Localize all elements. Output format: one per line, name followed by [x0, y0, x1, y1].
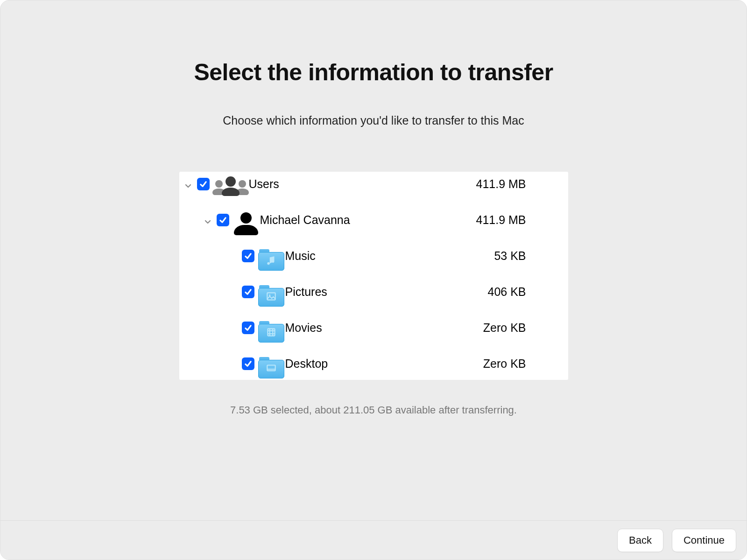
- row-music[interactable]: Music 53 KB: [179, 248, 568, 284]
- row-pictures[interactable]: Pictures 406 KB: [179, 284, 568, 320]
- row-users[interactable]: Users 411.9 MB: [179, 176, 568, 212]
- row-movies-size: Zero KB: [483, 320, 526, 335]
- person-icon: [232, 212, 260, 236]
- folder-desktop-icon: [257, 356, 285, 378]
- continue-button[interactable]: Continue: [672, 529, 736, 552]
- users-group-icon: [212, 176, 249, 198]
- content-area: Select the information to transfer Choos…: [0, 0, 747, 416]
- chevron-down-icon[interactable]: [182, 176, 194, 195]
- row-music-size: 53 KB: [494, 248, 526, 263]
- folder-pictures-icon: [257, 284, 285, 307]
- folder-music-icon: [257, 248, 285, 271]
- checkbox-user-account[interactable]: [217, 214, 229, 226]
- row-desktop[interactable]: Desktop Zero KB: [179, 356, 568, 380]
- row-desktop-label: Desktop: [285, 356, 483, 371]
- row-movies-label: Movies: [285, 320, 483, 335]
- svg-rect-7: [267, 365, 275, 371]
- row-user-label: Michael Cavanna: [260, 212, 476, 227]
- row-users-label: Users: [249, 176, 476, 191]
- checkbox-desktop[interactable]: [242, 357, 254, 370]
- back-button[interactable]: Back: [617, 529, 663, 552]
- row-desktop-size: Zero KB: [483, 356, 526, 371]
- row-user-account[interactable]: Michael Cavanna 411.9 MB: [179, 212, 568, 248]
- checkbox-pictures[interactable]: [242, 286, 254, 298]
- checkbox-users[interactable]: [197, 178, 210, 190]
- checkbox-movies[interactable]: [242, 322, 254, 334]
- svg-rect-0: [267, 293, 275, 300]
- storage-summary: 7.53 GB selected, about 211.05 GB availa…: [230, 404, 517, 416]
- checkbox-music[interactable]: [242, 250, 254, 262]
- row-movies[interactable]: Movies Zero KB: [179, 320, 568, 356]
- migration-assistant-window: Select the information to transfer Choos…: [0, 0, 747, 560]
- svg-rect-2: [268, 329, 275, 336]
- row-users-size: 411.9 MB: [476, 176, 526, 191]
- page-title: Select the information to transfer: [194, 59, 553, 86]
- page-subtitle: Choose which information you'd like to t…: [223, 114, 524, 127]
- row-pictures-label: Pictures: [285, 284, 488, 299]
- folder-movies-icon: [257, 320, 285, 343]
- row-pictures-size: 406 KB: [487, 284, 526, 299]
- row-music-label: Music: [285, 248, 494, 263]
- row-user-size: 411.9 MB: [476, 212, 526, 227]
- transfer-list-panel: Users 411.9 MB Michael Cavanna 411.9 MB: [179, 172, 568, 380]
- chevron-down-icon[interactable]: [202, 212, 214, 231]
- footer-bar: Back Continue: [0, 520, 747, 560]
